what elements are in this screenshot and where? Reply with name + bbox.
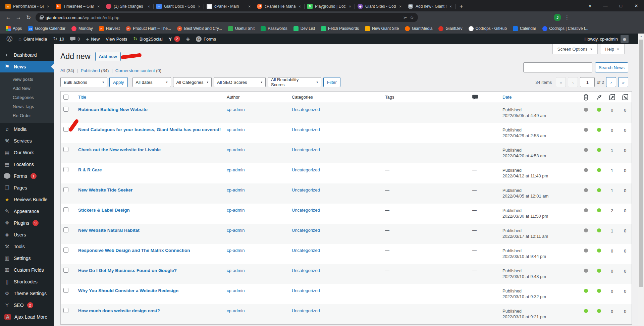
bulk-actions-select[interactable]: Bulk actions▾ [60, 77, 107, 87]
post-title-link[interactable]: Need Catalogues for your business, Giant… [78, 127, 221, 132]
search-input[interactable] [523, 62, 592, 72]
sidebar-submenu-item[interactable]: Categories [0, 93, 54, 102]
author-link[interactable]: cp-admin [227, 228, 245, 233]
post-title-link[interactable]: Why You Should Consider a Website Redesi… [78, 288, 178, 293]
sidebar-item[interactable]: ⚒ Tools [0, 240, 54, 252]
author-link[interactable]: cp-admin [227, 147, 245, 152]
extension-icon[interactable] [500, 14, 507, 21]
address-bar[interactable]: giantmedia.com.au/wp-admin/edit.php ➢ ☆ [36, 13, 418, 22]
view-posts-menu[interactable]: View Posts [103, 34, 130, 44]
extension-icon[interactable] [518, 14, 524, 21]
browser-menu-icon[interactable]: ⋮ [565, 14, 570, 20]
sidebar-item[interactable]: ▥ Settings [0, 252, 54, 264]
view-filter-link[interactable]: Cornerstone content (0) [109, 68, 161, 73]
author-link[interactable]: cp-admin [227, 308, 245, 313]
author-link[interactable]: cp-admin [227, 248, 245, 253]
post-title-link[interactable]: Responsive Web Design and The Matrix Con… [78, 248, 190, 253]
bookmark-item[interactable]: 31 Google Calendar [25, 25, 68, 32]
extension-icon[interactable] [422, 14, 428, 21]
share-icon[interactable]: ➢ [403, 15, 407, 20]
bookmark-item[interactable]: Dev List [291, 25, 317, 32]
bookmark-item[interactable]: Apps [3, 25, 24, 32]
dates-filter-select[interactable]: All dates▾ [132, 77, 171, 87]
author-link[interactable]: cp-admin [227, 268, 245, 273]
sidebar-item[interactable]: Y SEO 2 [0, 299, 54, 311]
post-title-link[interactable]: How Do I Get My Business Found on Google… [78, 268, 177, 273]
extension-icon[interactable] [448, 14, 454, 21]
select-all-checkbox[interactable] [63, 95, 68, 100]
sidebar-item[interactable]: ▦ Custom Fields [0, 264, 54, 276]
row-select-checkbox[interactable] [63, 147, 68, 152]
categories-filter-select[interactable]: All Categories▾ [173, 77, 212, 87]
browser-tab[interactable]: cP cPanel File Manager v ✕ [254, 1, 305, 11]
sidebar-item[interactable]: ❐ Pages [0, 182, 54, 194]
sidebar-item[interactable]: ❖ Plugins 9 [0, 217, 54, 229]
extension-icon[interactable] [483, 14, 489, 21]
tab-close-icon[interactable]: ✕ [449, 4, 453, 9]
close-window-button[interactable]: ✕ [629, 3, 644, 8]
sidebar-item-news[interactable]: ⚑ News [0, 61, 54, 72]
bookmark-item[interactable]: H Harvest [97, 25, 122, 32]
updates-menu[interactable]: ↻10 [50, 34, 67, 44]
extension-icon[interactable] [527, 14, 533, 21]
bookmark-item[interactable]: Passwords [258, 25, 290, 32]
forms-menu[interactable]: GForms [193, 34, 219, 44]
author-link[interactable]: cp-admin [227, 167, 245, 172]
category-link[interactable]: Uncategorized [292, 107, 320, 112]
sidebar-item[interactable]: A Ajax Load More [0, 311, 54, 323]
browser-tab[interactable]: ≡ Giant Docs - Google D ✕ [154, 1, 204, 11]
howdy-account-label[interactable]: Howdy, cp-admin [585, 37, 618, 42]
current-page-input[interactable] [580, 77, 595, 87]
bookmark-item[interactable]: Codrops | Creative f... [540, 25, 591, 32]
screen-options-button[interactable]: Screen Options▼ [552, 44, 598, 54]
bookmark-star-icon[interactable]: ☆ [410, 15, 414, 20]
tab-close-icon[interactable]: ✕ [97, 4, 101, 9]
sidebar-item[interactable]: ✎ Appearance [0, 205, 54, 217]
category-link[interactable]: Uncategorized [292, 228, 320, 233]
user-avatar[interactable]: ☻ [621, 35, 629, 43]
sidebar-submenu-item[interactable]: Re-Order [0, 111, 54, 120]
search-news-button[interactable]: Search News [595, 62, 628, 72]
bookmark-item[interactable]: P Best Web3 and Cry... [175, 25, 224, 32]
bookmark-item[interactable]: P Product Hunt – The... [123, 25, 173, 32]
extension-icon[interactable] [457, 14, 463, 21]
row-select-checkbox[interactable] [63, 167, 68, 172]
extension-icon[interactable] [535, 14, 542, 21]
extension-icon[interactable] [474, 14, 481, 21]
sidebar-submenu-item[interactable]: Add New [0, 84, 54, 93]
tab-close-icon[interactable]: ✕ [197, 4, 201, 9]
back-button[interactable]: ← [3, 14, 13, 21]
author-link[interactable]: cp-admin [227, 288, 245, 293]
tab-search-chevron-icon[interactable]: ∨ [582, 3, 598, 8]
bookmark-item[interactable]: Monday [69, 25, 95, 32]
tab-close-icon[interactable]: ✕ [147, 4, 151, 9]
browser-tab[interactable]: W Add new ‹ Giant Medi ✕ [405, 1, 455, 11]
post-title-link[interactable]: Stickers & Label Design [78, 208, 130, 213]
wordpress-logo-menu[interactable]: Ⓦ [3, 34, 15, 44]
reload-button[interactable]: ↻ [23, 14, 34, 21]
author-link[interactable]: cp-admin [227, 187, 245, 193]
extension-icon[interactable] [509, 14, 516, 21]
column-header-date[interactable]: Date [502, 94, 512, 100]
tab-close-icon[interactable]: ✕ [398, 4, 402, 9]
row-select-checkbox[interactable] [63, 268, 68, 273]
tab-close-icon[interactable]: ✕ [298, 4, 302, 9]
row-select-checkbox[interactable] [63, 107, 68, 112]
view-filter-link[interactable]: All (34) [60, 68, 74, 73]
sidebar-item[interactable]: ★ Reviews Bundle [0, 194, 54, 205]
browser-tab[interactable]: (1) Site changes ✕ [103, 1, 154, 11]
browser-tab[interactable]: D Playground | Docusau ✕ [305, 1, 355, 11]
sidebar-item[interactable]: [] Shortcodes [0, 276, 54, 287]
sidebar-submenu-item[interactable]: News Tags [0, 102, 54, 111]
sidebar-item[interactable]: ⚒ Services [0, 135, 54, 147]
yoast-menu[interactable]: Y2 [166, 34, 183, 44]
maximize-button[interactable]: □ [613, 3, 629, 8]
category-link[interactable]: Uncategorized [292, 187, 320, 193]
extension-icon[interactable] [439, 14, 446, 21]
row-select-checkbox[interactable] [63, 187, 68, 192]
author-link[interactable]: cp-admin [227, 208, 245, 213]
filter-button[interactable]: Filter [323, 77, 340, 87]
category-link[interactable]: Uncategorized [292, 147, 320, 152]
sidebar-item[interactable]: ⚙ Theme Settings [0, 287, 54, 299]
new-content-menu[interactable]: +New [83, 34, 103, 44]
